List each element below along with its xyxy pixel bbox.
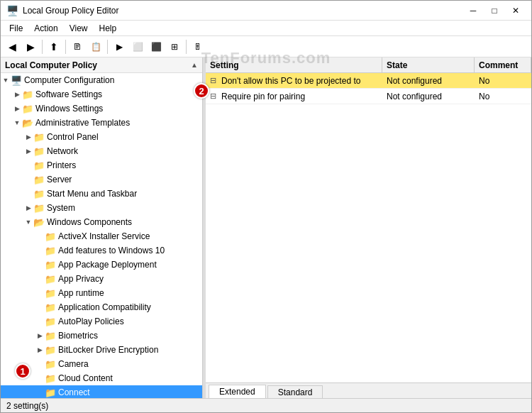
folder-icon-add-features: 📁 (45, 246, 56, 256)
minimize-button[interactable]: ─ (463, 4, 483, 18)
badge-1: 1 (15, 363, 31, 379)
folder-icon-app-privacy: 📁 (45, 274, 56, 285)
folder-icon-software-settings: 📁 (22, 89, 33, 100)
expand-btn-computer-config[interactable]: ▼ (1, 75, 11, 85)
list-row-row1[interactable]: ⊟Don't allow this PC to be projected toN… (206, 73, 531, 89)
menu-action[interactable]: Action (28, 22, 63, 35)
tree-item-app-compat[interactable]: 📁Application Compatibility (1, 300, 202, 314)
tree-item-camera[interactable]: 📁Camera (1, 357, 202, 371)
menu-view[interactable]: View (64, 22, 94, 35)
tree-item-activex[interactable]: 📁ActiveX Installer Service (1, 229, 202, 243)
folder-icon-bitlocker: 📁 (45, 345, 56, 356)
tree-item-windows-components[interactable]: ▼📂Windows Components (1, 215, 202, 229)
tree-item-biometrics[interactable]: ▶📁Biometrics (1, 329, 202, 343)
expand-btn-autoplay (35, 316, 45, 326)
tree-item-control-panel[interactable]: ▶📁Control Panel (1, 130, 202, 144)
window-title: Local Group Policy Editor (23, 6, 118, 16)
expand-btn-system[interactable]: ▶ (23, 203, 33, 213)
expand-btn-network[interactable]: ▶ (23, 146, 33, 156)
toolbar-up[interactable]: ⬆ (45, 38, 62, 55)
tree-label-bitlocker: BitLocker Drive Encryption (58, 345, 158, 355)
toolbar-back[interactable]: ◀ (4, 38, 21, 55)
tree-item-server[interactable]: 📁Server (1, 172, 202, 187)
toolbar-btn3[interactable]: 🖹 (69, 38, 86, 55)
folder-icon-camera: 📁 (45, 359, 56, 370)
tree-scroll-up[interactable]: ▲ (191, 61, 198, 69)
expand-btn-activex (35, 231, 45, 241)
folder-icon-network: 📁 (33, 146, 45, 157)
cell-setting-row2: ⊟Require pin for pairing (206, 90, 382, 103)
toolbar-btn6[interactable]: ⬜ (129, 38, 146, 55)
toolbar-filter[interactable]: 🎚 (189, 38, 206, 55)
tree-header-label: Local Computer Policy (5, 60, 97, 70)
close-button[interactable]: ✕ (506, 4, 526, 18)
toolbar-sep3 (107, 40, 108, 54)
expand-btn-printers (23, 160, 33, 170)
expand-btn-bitlocker[interactable]: ▶ (35, 345, 45, 355)
setting-icon-row2: ⊟ (210, 92, 216, 101)
toolbar-btn5[interactable]: ▶ (111, 38, 128, 55)
tree-label-add-features: Add features to Windows 10 (58, 246, 165, 255)
tab-extended[interactable]: Extended (209, 385, 266, 398)
expand-btn-camera (35, 359, 45, 369)
tree-label-app-compat: Application Compatibility (58, 302, 151, 312)
tree-item-software-settings[interactable]: ▶📁Software Settings (1, 87, 202, 101)
toolbar-sep1 (42, 40, 43, 54)
folder-icon-biometrics: 📁 (45, 331, 56, 341)
tree-item-app-package[interactable]: 📁App Package Deployment (1, 258, 202, 272)
tree-item-cloud-content[interactable]: 📁Cloud Content (1, 371, 202, 385)
tree-item-add-features[interactable]: 📁Add features to Windows 10 (1, 243, 202, 258)
tree-item-printers[interactable]: 📁Printers (1, 158, 202, 172)
expand-btn-software-settings[interactable]: ▶ (12, 89, 22, 99)
tree-item-connect[interactable]: 📁Connect (1, 385, 202, 398)
tree-label-system: System (47, 203, 75, 213)
main-content: Local Computer Policy ▲ ▼🖥️Computer Conf… (1, 57, 531, 398)
expand-btn-biometrics[interactable]: ▶ (35, 331, 45, 341)
tree-item-network[interactable]: ▶📁Network (1, 144, 202, 158)
col-header-comment: Comment (475, 57, 531, 72)
toolbar-btn8[interactable]: ⊞ (166, 38, 183, 55)
toolbar-btn4[interactable]: 📋 (87, 38, 104, 55)
tree-label-camera: Camera (58, 359, 89, 369)
tree-label-cloud-content: Cloud Content (58, 373, 113, 383)
toolbar-sep4 (186, 40, 187, 54)
tree-item-app-privacy[interactable]: 📁App Privacy (1, 272, 202, 286)
tree-header: Local Computer Policy ▲ (1, 57, 202, 73)
tree-item-autoplay[interactable]: 📁AutoPlay Policies (1, 314, 202, 329)
folder-icon-activex: 📁 (45, 231, 56, 242)
badge-2: 2 (194, 83, 209, 99)
tree-item-system[interactable]: ▶📁System (1, 201, 202, 215)
tab-standard[interactable]: Standard (267, 385, 323, 398)
toolbar-forward[interactable]: ▶ (22, 38, 39, 55)
tree-body: ▼🖥️Computer Configuration▶📁Software Sett… (1, 73, 202, 398)
toolbar-btn7[interactable]: ⬛ (148, 38, 165, 55)
maximize-button[interactable]: □ (484, 4, 504, 18)
expand-btn-windows-components[interactable]: ▼ (23, 217, 33, 227)
toolbar-sep2 (65, 40, 66, 54)
expand-btn-app-compat (35, 302, 45, 312)
tree-item-computer-config[interactable]: ▼🖥️Computer Configuration (1, 73, 202, 87)
folder-icon-start-menu: 📁 (33, 189, 45, 199)
expand-btn-add-features (35, 246, 45, 255)
expand-btn-control-panel[interactable]: ▶ (23, 132, 33, 142)
tree-label-app-runtime: App runtime (58, 288, 104, 298)
tree-item-bitlocker[interactable]: ▶📁BitLocker Drive Encryption (1, 343, 202, 357)
folder-icon-windows-settings: 📁 (22, 104, 33, 114)
status-text: 2 setting(s) (6, 401, 48, 411)
list-row-row2[interactable]: ⊟Require pin for pairingNot configuredNo (206, 89, 531, 104)
tree-label-autoplay: AutoPlay Policies (58, 316, 124, 326)
menu-help[interactable]: Help (94, 22, 123, 35)
col-header-state: State (382, 57, 475, 72)
expand-btn-app-runtime (35, 288, 45, 298)
tree-item-windows-settings[interactable]: ▶📁Windows Settings (1, 101, 202, 116)
expand-btn-windows-settings[interactable]: ▶ (12, 104, 22, 114)
tree-label-computer-config: Computer Configuration (24, 75, 114, 85)
folder-icon-system: 📁 (33, 203, 45, 214)
tree-label-admin-templates: Administrative Templates (35, 118, 130, 128)
tree-item-app-runtime[interactable]: 📁App runtime (1, 286, 202, 300)
tree-item-admin-templates[interactable]: ▼📂Administrative Templates (1, 116, 202, 130)
expand-btn-admin-templates[interactable]: ▼ (12, 118, 22, 128)
menu-file[interactable]: File (4, 22, 28, 35)
status-bar: 2 setting(s) (1, 398, 531, 412)
tree-item-start-menu[interactable]: 📁Start Menu and Taskbar (1, 187, 202, 201)
